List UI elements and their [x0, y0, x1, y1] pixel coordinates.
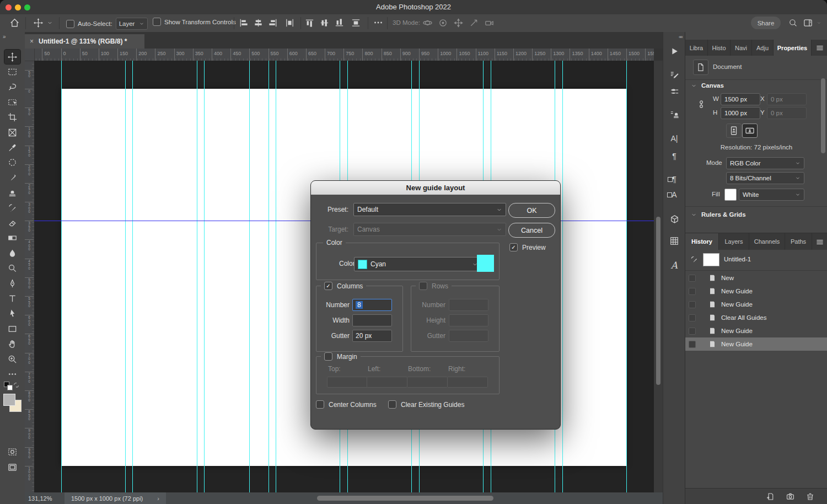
- character-panel-icon[interactable]: A|: [667, 131, 682, 146]
- canvas-x-field[interactable]: 0 px: [767, 93, 807, 105]
- paragraph-styles-icon[interactable]: ¶: [667, 172, 682, 186]
- auto-select-checkbox[interactable]: [66, 20, 74, 28]
- fill-dropdown[interactable]: White: [739, 189, 804, 201]
- horizontal-scrollbar-thumb[interactable]: [317, 496, 493, 501]
- history-source-well[interactable]: [689, 341, 696, 348]
- gradient-tool[interactable]: [4, 231, 20, 245]
- preview-option[interactable]: Preview: [509, 243, 546, 251]
- new-document-from-state-icon[interactable]: [766, 492, 775, 501]
- distribute-horizontal-icon[interactable]: [284, 18, 295, 28]
- more-options-button[interactable]: [373, 17, 384, 28]
- actions-play-icon[interactable]: [667, 44, 682, 58]
- canvas-section-header[interactable]: Canvas: [691, 82, 724, 89]
- ok-button[interactable]: OK: [508, 203, 555, 218]
- 3d-panel-icon[interactable]: [667, 212, 682, 226]
- portrait-orientation-button[interactable]: [726, 124, 742, 138]
- center-columns-checkbox[interactable]: [316, 400, 324, 409]
- zoom-tool[interactable]: [4, 352, 20, 366]
- vertical-guide[interactable]: [125, 61, 126, 492]
- paragraph-panel-icon[interactable]: ¶: [667, 149, 682, 163]
- vertical-guide[interactable]: [204, 61, 205, 492]
- color-dropdown[interactable]: Cyan: [354, 257, 482, 271]
- align-right-edges-icon[interactable]: [268, 18, 278, 28]
- foreground-color-swatch[interactable]: [3, 394, 15, 406]
- current-tool-button[interactable]: [33, 18, 53, 28]
- color-swatch-large[interactable]: [477, 255, 494, 272]
- history-state-row[interactable]: New Guide: [685, 298, 820, 311]
- object-selection-tool[interactable]: [4, 95, 20, 109]
- document-dimensions[interactable]: 1500 px x 1000 px (72 ppi) ›: [65, 492, 166, 504]
- path-selection-tool[interactable]: [4, 307, 20, 321]
- columns-number-field[interactable]: 8: [352, 299, 392, 311]
- history-state-row[interactable]: New Guide: [685, 285, 820, 298]
- rectangular-marquee-tool[interactable]: [4, 65, 20, 79]
- history-brush-tool[interactable]: [4, 201, 20, 215]
- frame-tool[interactable]: [4, 125, 20, 140]
- center-columns-option[interactable]: Center Columns: [316, 400, 377, 409]
- delete-state-trash-icon[interactable]: [805, 492, 815, 501]
- vertical-guide[interactable]: [132, 61, 133, 492]
- history-source-well[interactable]: [689, 301, 696, 308]
- dodge-tool[interactable]: [4, 261, 20, 276]
- vertical-scrollbar[interactable]: [654, 61, 663, 492]
- columns-checkbox[interactable]: [324, 282, 332, 290]
- show-transform-controls-checkbox[interactable]: [153, 18, 161, 26]
- brush-settings-icon[interactable]: [667, 67, 682, 82]
- vertical-guide[interactable]: [276, 61, 276, 492]
- vertical-guide[interactable]: [268, 61, 269, 492]
- history-source-well[interactable]: [689, 288, 696, 295]
- character-styles-icon[interactable]: A: [667, 187, 682, 202]
- share-button[interactable]: Share: [751, 17, 781, 29]
- align-horizontal-centers-icon[interactable]: [253, 18, 264, 28]
- collapse-panels-button[interactable]: ««: [679, 34, 682, 40]
- align-bottom-edges-icon[interactable]: [334, 18, 345, 28]
- tab-histo[interactable]: Histo: [708, 40, 731, 56]
- pattern-preview-icon[interactable]: [667, 234, 682, 248]
- preview-checkbox[interactable]: [509, 243, 518, 251]
- workspace-switcher[interactable]: [803, 18, 821, 28]
- canvas-width-field[interactable]: 1500 px: [721, 93, 760, 105]
- tab-properties[interactable]: Properties: [774, 40, 812, 56]
- link-dimensions-icon[interactable]: [696, 99, 706, 109]
- clone-source-icon[interactable]: [667, 107, 682, 121]
- vertical-guide[interactable]: [626, 61, 627, 492]
- brushes-icon[interactable]: [667, 84, 682, 98]
- edit-toolbar[interactable]: [4, 367, 20, 381]
- tab-adju[interactable]: Adju: [752, 40, 774, 56]
- mode-dropdown[interactable]: RGB Color: [726, 157, 804, 169]
- swap-colors-icon[interactable]: [13, 382, 20, 389]
- tab-channels[interactable]: Channels: [749, 233, 785, 250]
- history-source-well[interactable]: [689, 314, 696, 321]
- align-vertical-centers-icon[interactable]: [319, 18, 330, 28]
- horizontal-ruler[interactable]: 5005010015020025030035040045050055060065…: [25, 49, 654, 61]
- history-source-well[interactable]: [689, 328, 696, 335]
- cancel-button[interactable]: Cancel: [508, 223, 555, 238]
- history-state-row[interactable]: New: [685, 271, 820, 285]
- brush-tool[interactable]: [4, 170, 20, 185]
- history-state-row[interactable]: Clear All Guides: [685, 311, 820, 324]
- vertical-scrollbar-thumb[interactable]: [656, 217, 660, 385]
- columns-gutter-field[interactable]: 20 px: [352, 330, 392, 342]
- canvas-height-field[interactable]: 1000 px: [721, 107, 760, 119]
- search-button[interactable]: [788, 18, 798, 28]
- history-panel-menu-icon[interactable]: [815, 238, 824, 246]
- history-state-row[interactable]: New Guide: [685, 324, 820, 337]
- align-top-edges-icon[interactable]: [304, 18, 315, 28]
- vertical-ruler[interactable]: 5005010015020025030035040045050055060065…: [25, 61, 35, 492]
- tab-libra[interactable]: Libra: [685, 40, 708, 56]
- history-state-row[interactable]: New Guide: [685, 337, 827, 351]
- preset-dropdown[interactable]: Default: [353, 203, 506, 216]
- pen-tool[interactable]: [4, 276, 20, 291]
- tab-history[interactable]: History: [685, 233, 719, 250]
- type-tool[interactable]: [4, 291, 20, 305]
- rulers-grids-section-header[interactable]: Rulers & Grids: [691, 211, 746, 218]
- eyedropper-tool[interactable]: [4, 140, 20, 154]
- status-chevron-icon[interactable]: ›: [157, 495, 159, 502]
- rectangle-tool[interactable]: [4, 321, 20, 336]
- quick-mask-button[interactable]: [4, 444, 20, 459]
- properties-scrollbar-thumb[interactable]: [821, 78, 825, 153]
- vertical-guide[interactable]: [61, 61, 62, 492]
- landscape-orientation-button[interactable]: [742, 124, 758, 138]
- hand-tool[interactable]: [4, 337, 20, 351]
- clear-existing-guides-option[interactable]: Clear Existing Guides: [388, 400, 464, 409]
